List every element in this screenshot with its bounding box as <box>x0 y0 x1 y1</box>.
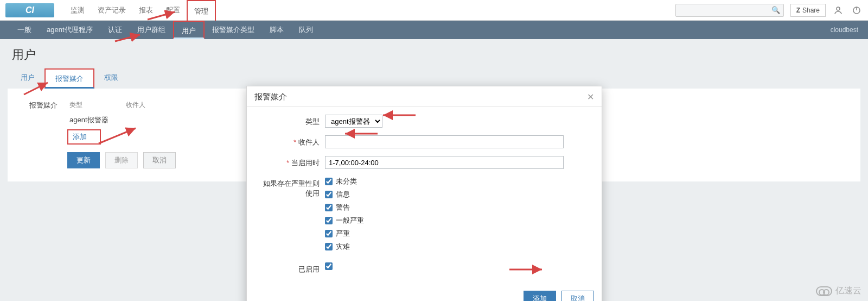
search-icon: 🔍 <box>771 6 780 14</box>
severity-option: 未分类 <box>325 177 591 186</box>
share-label: Share <box>802 7 820 14</box>
subnav-scripts[interactable]: 脚本 <box>262 21 291 39</box>
severity-checkbox[interactable] <box>325 204 333 211</box>
update-button[interactable]: 更新 <box>67 152 100 168</box>
media-section-label: 报警媒介 <box>20 98 58 110</box>
page-cancel-button[interactable]: 取消 <box>143 152 176 168</box>
topnav-monitor[interactable]: 监测 <box>64 0 91 21</box>
watermark: 亿速云 <box>816 285 861 297</box>
severity-list: 未分类 信息 警告 一般严重 严重 灾难 <box>325 177 591 255</box>
modal-title: 报警媒介 <box>254 92 287 102</box>
severity-checkbox[interactable] <box>325 217 333 224</box>
svg-point-0 <box>837 7 840 10</box>
share-button[interactable]: Z Share <box>790 4 826 17</box>
power-icon[interactable] <box>851 4 863 16</box>
share-icon: Z <box>796 7 800 14</box>
media-row: agent报警器 <box>67 113 161 127</box>
type-label: 类型 <box>258 115 325 127</box>
global-search[interactable]: 🔍 <box>675 4 784 17</box>
media-row-type: agent报警器 <box>67 113 124 127</box>
logo: CI <box>5 3 54 17</box>
recipient-input[interactable] <box>325 135 564 148</box>
media-table: 类型 收件人 agent报警器 <box>67 98 161 127</box>
schedule-label: *当启用时 <box>258 156 325 168</box>
severity-checkbox[interactable] <box>325 243 333 250</box>
watermark-icon <box>816 286 832 296</box>
subnav-general[interactable]: 一般 <box>10 21 39 39</box>
topnav-inventory[interactable]: 资产记录 <box>91 0 132 21</box>
severity-checkbox[interactable] <box>325 230 333 237</box>
delete-button[interactable]: 删除 <box>105 152 138 168</box>
tab-media[interactable]: 报警媒介 <box>44 68 94 89</box>
topnav-config[interactable]: 配置 <box>159 0 187 21</box>
severity-option: 信息 <box>325 190 591 199</box>
media-modal: 报警媒介 ✕ 类型 agent报警器 *收件人 *当启用时 如果存在严重性则使用 <box>246 86 602 301</box>
topnav-reports[interactable]: 报表 <box>132 0 159 21</box>
severity-label: 如果存在严重性则使用 <box>258 177 325 198</box>
severity-option: 警告 <box>325 203 591 212</box>
subnav-queue[interactable]: 队列 <box>291 21 321 39</box>
subnav-usergroups[interactable]: 用户群组 <box>130 21 173 39</box>
sub-nav: 一般 agent代理程序 认证 用户群组 用户 报警媒介类型 脚本 队列 clo… <box>0 21 868 39</box>
severity-option: 严重 <box>325 229 591 239</box>
tab-permissions[interactable]: 权限 <box>94 68 128 89</box>
media-row-recipient <box>124 113 161 127</box>
close-icon[interactable]: ✕ <box>587 92 594 102</box>
subnav-mediatypes[interactable]: 报警媒介类型 <box>205 21 262 39</box>
modal-header: 报警媒介 ✕ <box>247 86 602 107</box>
tab-user[interactable]: 用户 <box>11 68 44 89</box>
media-add-link[interactable]: 添加 <box>67 129 101 145</box>
type-select[interactable]: agent报警器 <box>325 115 382 128</box>
severity-checkbox[interactable] <box>325 178 333 185</box>
enabled-label: 已启用 <box>258 262 325 274</box>
modal-cancel-button[interactable]: 取消 <box>561 291 594 301</box>
user-icon[interactable] <box>832 4 844 16</box>
watermark-text: 亿速云 <box>835 285 861 297</box>
topnav-admin[interactable]: 管理 <box>187 0 216 21</box>
modal-add-button[interactable]: 添加 <box>524 291 556 301</box>
subnav-username: cloudbest <box>831 26 858 34</box>
subnav-users[interactable]: 用户 <box>173 21 205 39</box>
enabled-checkbox[interactable] <box>325 262 333 270</box>
media-col-type: 类型 <box>67 98 124 113</box>
subnav-auth[interactable]: 认证 <box>100 21 130 39</box>
severity-option: 一般严重 <box>325 216 591 225</box>
recipient-label: *收件人 <box>258 135 325 147</box>
page-title: 用户 <box>0 39 868 68</box>
top-nav: CI 监测 资产记录 报表 配置 管理 🔍 Z Share <box>0 0 868 21</box>
severity-checkbox[interactable] <box>325 191 333 198</box>
severity-option: 灾难 <box>325 242 591 252</box>
schedule-input[interactable] <box>325 156 564 169</box>
subnav-agent[interactable]: agent代理程序 <box>39 21 100 39</box>
media-col-recipient: 收件人 <box>124 98 161 113</box>
topnav-right: 🔍 Z Share <box>675 4 863 17</box>
